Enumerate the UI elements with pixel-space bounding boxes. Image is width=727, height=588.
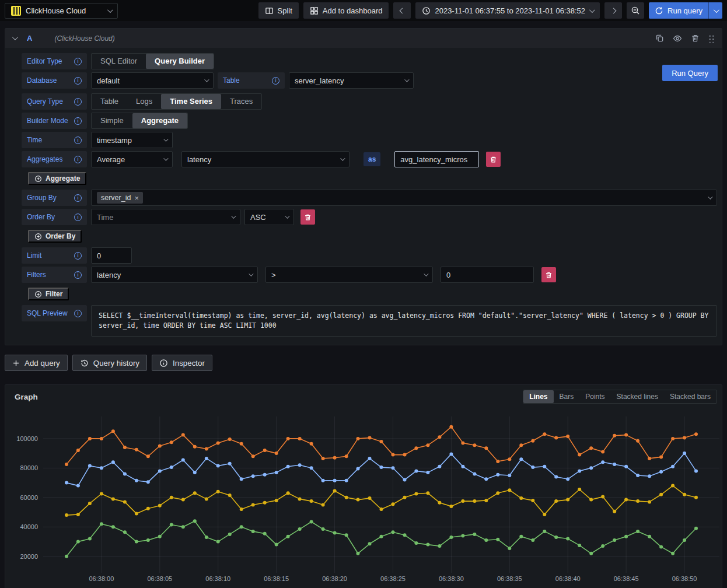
- builder-mode-simple[interactable]: Simple: [92, 113, 132, 128]
- sql-preview-text: SELECT $__timeInterval(timestamp) as tim…: [91, 305, 717, 337]
- clock-icon: [422, 6, 431, 15]
- panel-run-query-button[interactable]: Run Query: [662, 65, 718, 81]
- sync-icon: [655, 6, 663, 15]
- svg-text:06:38:20: 06:38:20: [322, 575, 347, 582]
- builder-mode-aggregate[interactable]: Aggregate: [132, 113, 187, 128]
- time-range-forward-button[interactable]: [604, 2, 622, 19]
- editor-type-sql-editor[interactable]: SQL Editor: [92, 54, 146, 69]
- run-query-dropdown[interactable]: [708, 2, 722, 19]
- svg-text:06:38:05: 06:38:05: [147, 575, 172, 582]
- query-editor-panel: A (ClickHouse Cloud) Run Query Editor Ty…: [5, 28, 722, 345]
- info-icon[interactable]: i: [74, 136, 82, 144]
- top-bar: ClickHouse Cloud Split Add to dashboard …: [0, 0, 727, 21]
- eye-icon[interactable]: [673, 34, 682, 43]
- graph-mode-bars[interactable]: Bars: [554, 390, 580, 403]
- graph-mode-stacked-bars[interactable]: Stacked bars: [664, 390, 716, 403]
- trash-icon[interactable]: [691, 34, 700, 43]
- filters-label: Filters i: [22, 267, 87, 283]
- time-column-select[interactable]: timestamp: [91, 132, 173, 148]
- info-icon[interactable]: i: [74, 156, 82, 163]
- table-label: Table i: [218, 72, 285, 89]
- search-minus-icon: [631, 6, 640, 15]
- svg-text:06:38:35: 06:38:35: [497, 575, 522, 582]
- info-icon[interactable]: i: [272, 77, 279, 85]
- chevron-down-icon: [163, 136, 168, 141]
- datasource-name: ClickHouse Cloud: [26, 6, 103, 15]
- filter-field-select[interactable]: latency: [91, 267, 258, 283]
- time-range-picker[interactable]: 2023-11-01 06:37:55 to 2023-11-01 06:38:…: [415, 2, 600, 19]
- drag-handle[interactable]: [708, 34, 715, 43]
- info-icon[interactable]: i: [74, 252, 82, 260]
- info-icon[interactable]: i: [74, 58, 82, 65]
- remove-order-by-button[interactable]: [300, 209, 315, 225]
- graph-mode-points[interactable]: Points: [579, 390, 610, 403]
- query-type-traces[interactable]: Traces: [221, 94, 261, 109]
- collapse-chevron-icon[interactable]: [12, 34, 18, 40]
- builder-mode-toggle: Simple Aggregate: [91, 113, 188, 129]
- info-icon[interactable]: i: [74, 194, 82, 202]
- query-datasource-hint: (ClickHouse Cloud): [54, 34, 114, 43]
- aggregate-alias-input[interactable]: [394, 151, 479, 167]
- time-range-back-button[interactable]: [393, 2, 411, 19]
- info-icon[interactable]: i: [74, 117, 82, 125]
- builder-mode-label: Builder Mode i: [22, 113, 87, 129]
- chevron-down-icon: [340, 156, 345, 160]
- query-ref-id: A: [27, 34, 32, 43]
- info-icon[interactable]: i: [74, 98, 82, 106]
- inspector-button[interactable]: Inspector: [152, 355, 212, 371]
- remove-filter-button[interactable]: [541, 267, 556, 282]
- run-query-button[interactable]: Run query: [649, 2, 722, 19]
- chevron-down-icon: [708, 194, 712, 199]
- aggregate-function-select[interactable]: Average: [91, 151, 173, 167]
- svg-text:06:38:30: 06:38:30: [439, 575, 464, 582]
- query-type-logs[interactable]: Logs: [127, 94, 161, 109]
- editor-type-query-builder[interactable]: Query Builder: [146, 54, 214, 69]
- chip-remove-icon[interactable]: ×: [134, 194, 139, 202]
- zoom-out-button[interactable]: [627, 2, 644, 19]
- chevron-left-icon: [400, 8, 406, 13]
- time-label: Time i: [22, 132, 87, 148]
- add-order-by-button[interactable]: Order By: [28, 230, 82, 243]
- info-icon[interactable]: i: [74, 214, 82, 221]
- split-button[interactable]: Split: [258, 2, 299, 19]
- filter-operator-select[interactable]: >: [265, 267, 433, 283]
- limit-label: Limit i: [22, 247, 87, 264]
- datasource-picker[interactable]: ClickHouse Cloud: [5, 3, 118, 19]
- info-icon[interactable]: i: [74, 271, 82, 279]
- chevron-down-icon: [589, 7, 595, 13]
- add-to-dashboard-button[interactable]: Add to dashboard: [303, 2, 389, 19]
- add-aggregate-button[interactable]: Aggregate: [28, 172, 86, 185]
- duplicate-query-icon[interactable]: [655, 34, 664, 43]
- group-by-multiselect[interactable]: server_id ×: [91, 190, 717, 206]
- query-type-table[interactable]: Table: [92, 94, 127, 109]
- order-by-field-select[interactable]: Time: [91, 209, 240, 225]
- query-history-button[interactable]: Query history: [72, 355, 147, 371]
- graph-mode-stacked-lines[interactable]: Stacked lines: [611, 390, 664, 403]
- table-select[interactable]: server_latency: [289, 72, 414, 89]
- svg-text:20000: 20000: [20, 553, 38, 560]
- svg-text:100000: 100000: [16, 435, 38, 442]
- query-type-time-series[interactable]: Time Series: [161, 94, 221, 109]
- aggregate-column-select[interactable]: latency: [181, 151, 349, 167]
- add-filter-button[interactable]: Filter: [28, 288, 69, 300]
- remove-aggregate-button[interactable]: [486, 152, 501, 167]
- graph-mode-lines[interactable]: Lines: [523, 390, 553, 403]
- filter-value-input[interactable]: [441, 267, 534, 283]
- limit-input[interactable]: [91, 247, 132, 264]
- database-select[interactable]: default: [91, 72, 214, 89]
- svg-text:06:38:15: 06:38:15: [264, 575, 289, 582]
- editor-type-toggle: SQL Editor Query Builder: [91, 53, 214, 69]
- graph-mode-toggle: Lines Bars Points Stacked lines Stacked …: [523, 390, 717, 404]
- plus-circle-icon: [34, 290, 42, 298]
- query-footer: Add query Query history Inspector: [5, 355, 722, 371]
- order-by-direction-select[interactable]: ASC: [244, 209, 294, 225]
- query-row-header: A (ClickHouse Cloud): [5, 29, 722, 48]
- time-series-chart[interactable]: 2000040000600008000010000006:38:0006:38:…: [10, 410, 723, 584]
- info-icon[interactable]: i: [74, 310, 82, 317]
- info-circle-icon: [159, 359, 168, 368]
- svg-text:06:38:40: 06:38:40: [555, 575, 581, 582]
- info-icon[interactable]: i: [74, 77, 82, 85]
- chevron-down-icon: [163, 156, 168, 160]
- svg-text:06:38:10: 06:38:10: [205, 575, 230, 582]
- add-query-button[interactable]: Add query: [5, 355, 68, 371]
